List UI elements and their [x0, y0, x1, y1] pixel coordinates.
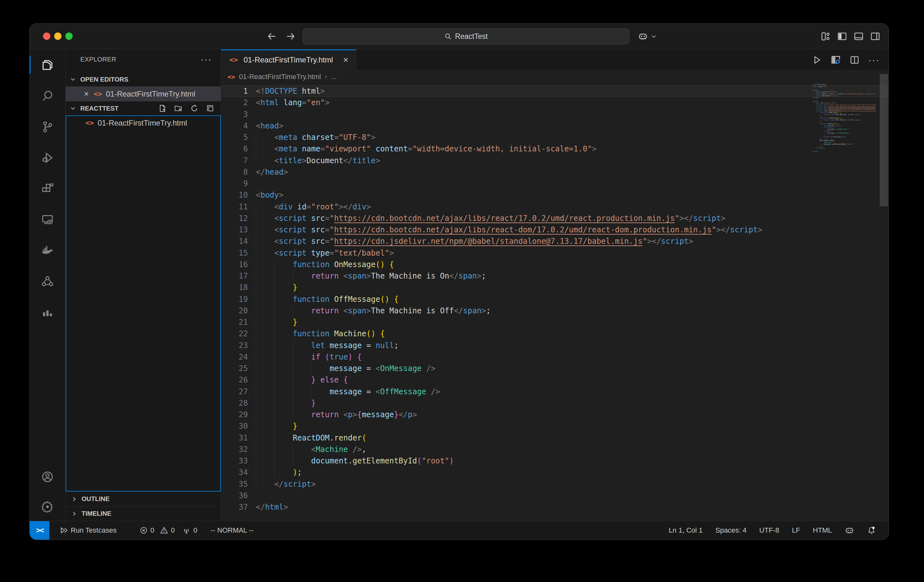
line-number[interactable]: 16 [221, 259, 248, 270]
line-number[interactable]: 15 [221, 247, 248, 259]
activity-chart[interactable] [30, 297, 65, 327]
problems-indicator[interactable]: 0 0 [140, 521, 175, 540]
code-line[interactable]: 6<meta name="viewport" content="width=de… [221, 143, 889, 155]
code-line[interactable]: 32<Machine />, [221, 444, 889, 455]
navigate-forward-button[interactable] [283, 29, 298, 43]
activity-extensions[interactable] [30, 173, 65, 204]
file-tree[interactable]: <> 01-ReactFirstTimeTry.html [66, 116, 221, 491]
file-tree-item[interactable]: <> 01-ReactFirstTimeTry.html [66, 116, 221, 131]
workspace-header[interactable]: REACTTEST [66, 101, 221, 116]
outline-section-header[interactable]: OUTLINE [66, 491, 221, 506]
minimap[interactable]: <!DOCTYPE html><html lang="en"><head> <m… [812, 84, 876, 153]
code-line[interactable]: 29return <p>{message}</p> [221, 409, 889, 420]
ports-indicator[interactable]: 0 [182, 521, 197, 540]
code-line[interactable]: 9 [221, 178, 889, 189]
code-editor[interactable]: 1<!DOCTYPE html>2<html lang="en">34<head… [221, 83, 889, 521]
line-number[interactable]: 24 [221, 351, 248, 363]
code-line[interactable]: 31ReactDOM.render( [221, 432, 889, 444]
code-line[interactable]: 28} [221, 397, 889, 409]
line-number[interactable]: 32 [221, 444, 248, 455]
new-folder-button[interactable] [174, 104, 183, 112]
minimize-window-button[interactable] [54, 33, 61, 40]
code-line[interactable]: 7<title>Document</title> [221, 155, 889, 166]
collapse-all-button[interactable] [206, 104, 214, 112]
breadcrumb-symbol[interactable]: ... [331, 73, 337, 81]
tab-01-reactfirsttimetry[interactable]: <> 01-ReactFirstTimeTry.html × [221, 50, 356, 70]
code-line[interactable]: 33document.getElementById("root") [221, 455, 889, 466]
refresh-button[interactable] [190, 104, 198, 112]
code-line[interactable]: 4<head> [221, 120, 889, 132]
customize-layout-button[interactable] [819, 30, 832, 43]
toggle-secondary-sidebar-button[interactable] [869, 30, 882, 43]
close-window-button[interactable] [43, 33, 50, 40]
line-number[interactable]: 27 [221, 386, 248, 397]
zoom-window-button[interactable] [65, 33, 73, 40]
code-line[interactable]: 12<script src="https://cdn.bootcdn.net/a… [221, 213, 889, 224]
code-line[interactable]: 13<script src="https://cdn.bootcdn.net/a… [221, 224, 889, 236]
encoding-setting[interactable]: UTF-8 [759, 526, 779, 534]
close-editor-icon[interactable]: × [81, 89, 92, 99]
code-line[interactable]: 11<div id="root"></div> [221, 201, 889, 213]
code-line[interactable]: 16function OnMessage() { [221, 259, 889, 270]
code-line[interactable]: 30} [221, 420, 889, 432]
navigate-back-button[interactable] [264, 29, 279, 43]
code-line[interactable]: 5<meta charset="UTF-8"> [221, 132, 889, 143]
code-line[interactable]: 36 [221, 490, 889, 501]
code-line[interactable]: 18} [221, 282, 889, 293]
line-number[interactable]: 13 [221, 224, 248, 236]
line-number[interactable]: 36 [221, 490, 248, 501]
toggle-panel-button[interactable] [852, 30, 865, 43]
activity-explorer[interactable] [30, 50, 65, 80]
line-number[interactable]: 11 [221, 201, 248, 213]
vim-mode-indicator[interactable]: -- NORMAL -- [211, 521, 254, 540]
code-line[interactable]: 22function Machine() { [221, 328, 889, 339]
activity-docker[interactable] [30, 235, 65, 266]
code-line[interactable]: 8</head> [221, 166, 889, 178]
line-number[interactable]: 31 [221, 432, 248, 444]
code-line[interactable]: 24if (true) { [221, 351, 889, 363]
explorer-more-actions-button[interactable]: ··· [200, 58, 212, 61]
activity-search[interactable] [30, 80, 65, 111]
line-number[interactable]: 19 [221, 294, 248, 305]
line-number[interactable]: 23 [221, 340, 248, 351]
line-number[interactable]: 25 [221, 363, 248, 374]
line-number[interactable]: 10 [221, 189, 248, 201]
line-number[interactable]: 33 [221, 455, 248, 466]
line-number[interactable]: 21 [221, 316, 248, 328]
breadcrumb-file[interactable]: 01-ReactFirstTimeTry.html [239, 73, 321, 81]
run-file-button[interactable] [812, 55, 822, 65]
line-number[interactable]: 1 [221, 86, 248, 97]
editor-scrollbar[interactable] [880, 74, 888, 206]
more-editor-actions-button[interactable]: ··· [868, 58, 880, 61]
line-number[interactable]: 22 [221, 328, 248, 339]
line-number[interactable]: 3 [221, 109, 248, 120]
timeline-section-header[interactable]: TIMELINE [66, 506, 221, 521]
command-center-search[interactable]: ReactTest [303, 28, 629, 44]
activity-run-debug[interactable] [30, 142, 65, 173]
run-testcases-button[interactable]: Run Testcases [60, 521, 117, 540]
line-number[interactable]: 35 [221, 478, 248, 490]
new-file-button[interactable] [158, 104, 167, 112]
notifications-button[interactable] [867, 526, 876, 535]
code-line[interactable]: 1<!DOCTYPE html> [221, 86, 889, 97]
open-editor-item[interactable]: × <> 01-ReactFirstTimeTry.html [66, 86, 221, 101]
code-line[interactable]: 19function OffMessage() { [221, 294, 889, 305]
line-number[interactable]: 8 [221, 166, 248, 178]
activity-share[interactable] [30, 266, 65, 297]
line-number[interactable]: 12 [221, 213, 248, 224]
code-line[interactable]: 25message = <OnMessage /> [221, 363, 889, 374]
line-number[interactable]: 26 [221, 374, 248, 386]
code-line[interactable]: 21} [221, 316, 889, 328]
line-number[interactable]: 34 [221, 466, 248, 478]
open-preview-button[interactable] [831, 55, 841, 65]
eol-setting[interactable]: LF [792, 526, 800, 534]
line-number[interactable]: 7 [221, 155, 248, 166]
toggle-primary-sidebar-button[interactable] [836, 30, 848, 43]
line-number[interactable]: 17 [221, 270, 248, 282]
activity-settings[interactable] [30, 492, 65, 521]
code-line[interactable]: 2<html lang="en"> [221, 97, 889, 108]
code-line[interactable]: 10<body> [221, 189, 889, 201]
breadcrumb[interactable]: <> 01-ReactFirstTimeTry.html › ... [221, 70, 889, 83]
code-line[interactable]: 15<script type="text/babel"> [221, 247, 889, 259]
indentation-setting[interactable]: Spaces: 4 [715, 526, 746, 534]
